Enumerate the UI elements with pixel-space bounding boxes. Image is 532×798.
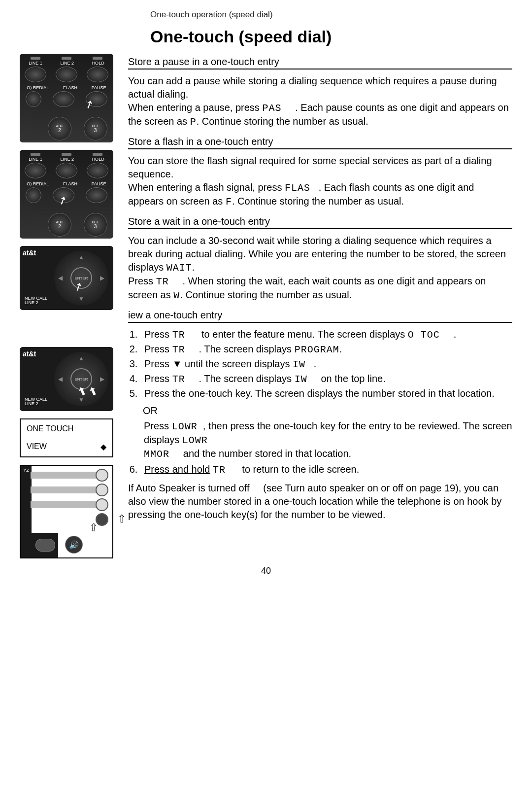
arrow-icon: ⇧ [117,513,126,525]
label-hold: HOLD [92,61,104,66]
att-logo: at&t [23,249,36,257]
section-heading-pause: Store a pause in a one-touch entry [128,56,512,69]
breadcrumb: One-touch operation (speed dial) [150,10,512,20]
body-text: You can store the flash signal required … [128,154,512,208]
lcd-line2: VIEW [27,442,47,451]
phone-keypad-figure-pause: LINE 1 LINE 2 HOLD O) REDIAL FLASH PAUSE… [20,54,113,142]
steps-list: Press and hold TR to return to the idle … [128,463,512,477]
step-item: Press ▼ until the screen displays IW . [140,357,512,371]
down-triangle-icon: ▼ [172,357,182,371]
label-redial: O) REDIAL [27,85,49,90]
one-touch-buttons-figure: YZ ⇧ ⬀ 🔊 [20,465,113,558]
label-line2: LINE 2 [60,61,74,66]
speaker-icon: 🔊 [65,536,83,554]
or-label: OR [143,405,512,416]
step-item: Press TR . The screen displays IW on the… [140,372,512,386]
cross-ref-link: Turn auto speaker on or off [285,483,403,493]
body-text: You can include a 30-second wait while s… [128,234,512,302]
lcd-display: ONE TOUCH VIEW ◆ [20,418,113,457]
steps-list: Press TR to enter the feature menu. The … [128,328,512,400]
lcd-line1: ONE TOUCH [27,424,106,433]
body-text: You can add a pause while storing a dial… [128,74,512,129]
section-heading-flash: Store a flash in a one-touch entry [128,136,512,149]
step-item: Press TR . The screen displays PROGRAM. [140,343,512,356]
section-heading-wait: Store a wait in a one-touch entry [128,216,512,229]
phone-keypad-figure-flash: LINE 1 LINE 2 HOLD O) REDIAL FLASH PAUSE… [20,150,113,239]
page-number: 40 [20,566,512,576]
body-text: Press LOWR , then press the one-touch ke… [144,419,512,461]
label-line1: LINE 1 [29,61,42,66]
phone-navwheel-figure-view: at&t ▲ ▼ ◀ ▶ ENTER ⬆ ⬆ NEW CALLLINE 2 [20,347,113,411]
step-item: Press the one-touch key. The screen disp… [140,387,512,400]
step-item: Press TR to enter the feature menu. The … [140,328,512,342]
label-flash: FLASH [63,85,77,90]
label-pause: PAUSE [92,85,106,90]
section-heading-view: iew a one-touch entry [128,310,512,323]
step-item: Press and hold TR to return to the idle … [140,463,512,477]
page-title: One-touch (speed dial) [150,27,512,46]
phone-navwheel-figure-wait: at&t ▲ ▼ ◀ ▶ ENTER ➚ NEW CALLLINE 2 [20,246,113,310]
note-text: If Auto Speaker is turned off (see Turn … [128,482,512,521]
updown-icon: ◆ [100,442,106,451]
